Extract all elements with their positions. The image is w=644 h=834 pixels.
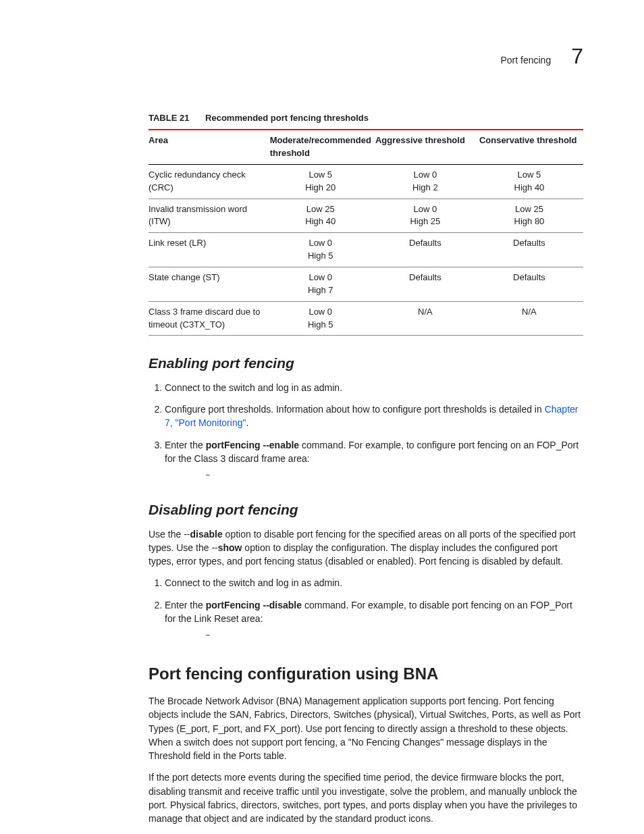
- step-text: Enter the: [165, 440, 206, 450]
- cell-conservative: Defaults: [479, 267, 583, 301]
- running-header: Port fencing 7: [61, 41, 583, 72]
- cell-area: Class 3 frame discard due to timeout (C3…: [149, 301, 270, 336]
- step-item: Connect to the switch and log in as admi…: [165, 576, 583, 590]
- code-block: –: [205, 629, 583, 642]
- step-item: Enter the portFencing --disable command.…: [165, 598, 583, 642]
- cell-moderate: Low 25High 40: [270, 199, 375, 233]
- bna-paragraph-2: If the port detects more events during t…: [149, 771, 583, 825]
- running-header-title: Port fencing: [500, 53, 551, 67]
- text: Use the --: [149, 529, 190, 540]
- cell-aggressive: Low 0High 25: [375, 199, 479, 233]
- cell-moderate: Low 5High 20: [270, 164, 375, 199]
- cell-conservative: N/A: [479, 301, 583, 336]
- option-show: show: [218, 542, 242, 553]
- cell-conservative: Low 25High 80: [479, 199, 583, 233]
- cell-moderate: Low 0High 5: [270, 301, 375, 336]
- step-text-tail: .: [246, 417, 248, 428]
- step-text: Connect to the switch and log in as admi…: [165, 577, 342, 588]
- table-row: Cyclic redundancy check (CRC) Low 5High …: [149, 164, 583, 199]
- table-row: Class 3 frame discard due to timeout (C3…: [149, 301, 583, 336]
- col-header-aggressive: Aggressive threshold: [375, 130, 479, 164]
- heading-disabling-port-fencing: Disabling port fencing: [149, 500, 583, 520]
- enabling-steps: Connect to the switch and log in as admi…: [149, 381, 583, 482]
- table-header-row: Area Moderate/recommended threshold Aggr…: [149, 130, 583, 164]
- table-row: State change (ST) Low 0High 7 Defaults D…: [149, 267, 583, 301]
- col-header-conservative: Conservative threshold: [479, 130, 583, 164]
- table-row: Invalid transmission word (ITW) Low 25Hi…: [149, 199, 583, 233]
- cell-area: Cyclic redundancy check (CRC): [149, 164, 270, 199]
- table-number: TABLE 21: [149, 113, 189, 123]
- cell-aggressive: Defaults: [375, 267, 479, 301]
- cell-moderate: Low 0High 5: [270, 233, 375, 267]
- command-name: portFencing --disable: [206, 600, 302, 610]
- table-row: Link reset (LR) Low 0High 5 Defaults Def…: [149, 233, 583, 267]
- page: Port fencing 7 TABLE 21 Recommended port…: [0, 0, 644, 834]
- option-disable: disable: [190, 529, 222, 540]
- content-area: TABLE 21 Recommended port fencing thresh…: [61, 112, 583, 825]
- table-caption: TABLE 21 Recommended port fencing thresh…: [149, 112, 583, 125]
- cell-conservative: Defaults: [479, 233, 583, 267]
- code-block: –: [205, 469, 583, 482]
- command-name: portFencing --enable: [206, 440, 299, 450]
- col-header-moderate: Moderate/recommended threshold: [270, 130, 375, 164]
- heading-bna-configuration: Port fencing configuration using BNA: [149, 662, 583, 686]
- bna-paragraph-1: The Brocade Network Advisor (BNA) Manage…: [149, 694, 583, 762]
- step-item: Connect to the switch and log in as admi…: [165, 381, 583, 394]
- cell-area: Link reset (LR): [149, 233, 270, 267]
- cell-area: Invalid transmission word (ITW): [149, 199, 270, 233]
- cell-aggressive: N/A: [375, 301, 479, 336]
- table-title: Recommended port fencing thresholds: [205, 113, 369, 123]
- cell-area: State change (ST): [149, 267, 270, 301]
- cell-conservative: Low 5High 40: [479, 164, 583, 199]
- running-header-chapter-number: 7: [571, 41, 583, 72]
- step-item: Enter the portFencing --enable command. …: [165, 438, 583, 482]
- step-text: Enter the: [165, 600, 206, 610]
- disabling-steps: Connect to the switch and log in as admi…: [149, 576, 583, 642]
- heading-enabling-port-fencing: Enabling port fencing: [149, 353, 583, 373]
- step-text: Connect to the switch and log in as admi…: [165, 382, 342, 393]
- step-item: Configure port thresholds. Information a…: [165, 402, 583, 430]
- cell-aggressive: Low 0High 2: [375, 164, 479, 199]
- disabling-intro: Use the --disable option to disable port…: [149, 527, 583, 569]
- col-header-area: Area: [149, 130, 270, 164]
- thresholds-table: Area Moderate/recommended threshold Aggr…: [149, 129, 583, 336]
- cell-aggressive: Defaults: [375, 233, 479, 267]
- cell-moderate: Low 0High 7: [270, 267, 375, 301]
- step-text: Configure port thresholds. Information a…: [165, 404, 545, 415]
